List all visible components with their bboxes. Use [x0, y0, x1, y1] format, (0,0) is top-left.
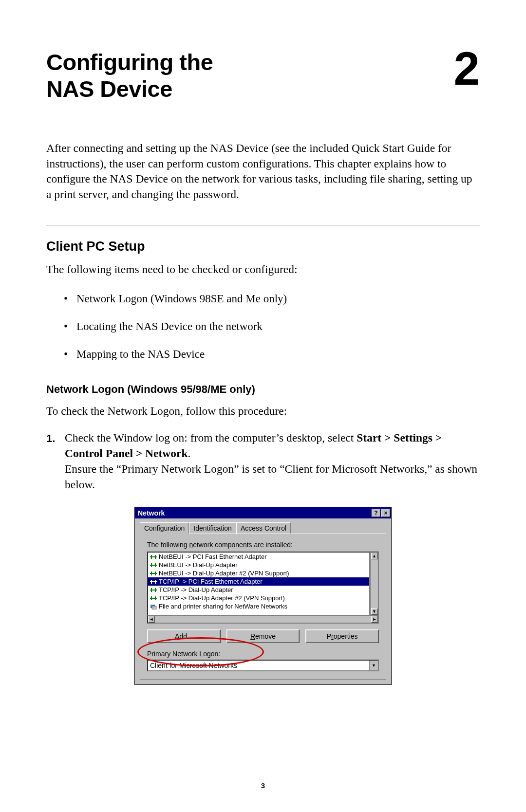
dialog-titlebar: Network ? × — [135, 507, 391, 518]
protocol-icon — [150, 554, 157, 560]
scroll-right-button[interactable]: ► — [371, 616, 378, 623]
svg-rect-7 — [151, 572, 152, 575]
list-item[interactable]: File and printer sharing for NetWare Net… — [148, 602, 369, 610]
step-item: 1. Check the Window log on: from the com… — [65, 430, 480, 492]
section-lead: The following items need to be checked o… — [46, 262, 480, 277]
svg-rect-8 — [155, 572, 156, 575]
protocol-icon — [150, 587, 157, 593]
chevron-down-icon[interactable]: ▼ — [369, 661, 378, 670]
list-item[interactable]: TCP/IP -> Dial-Up Adapter #2 (VPN Suppor… — [148, 594, 369, 602]
svg-rect-19 — [152, 606, 156, 609]
list-item: Network Logon (Windows 98SE and Me only) — [76, 291, 480, 306]
svg-rect-2 — [155, 555, 156, 559]
service-icon — [150, 604, 157, 609]
tab-strip: Configuration Identification Access Cont… — [140, 522, 386, 534]
primary-logon-label: Primary Network Logon: — [147, 650, 379, 658]
add-button[interactable]: Add... — [147, 629, 221, 643]
vertical-scrollbar[interactable]: ▲ ▼ — [370, 552, 379, 616]
svg-rect-13 — [151, 588, 152, 592]
list-item: Mapping to the NAS Device — [76, 347, 480, 362]
step-list: 1. Check the Window log on: from the com… — [65, 430, 480, 492]
dialog-title: Network — [138, 509, 165, 517]
chapter-number: 2 — [454, 49, 480, 89]
tab-access-control[interactable]: Access Control — [236, 522, 291, 534]
section-heading: Client PC Setup — [46, 239, 480, 254]
svg-rect-5 — [155, 563, 156, 567]
bullet-list: Network Logon (Windows 98SE and Me only)… — [76, 291, 480, 362]
step-number: 1. — [46, 431, 55, 446]
svg-rect-14 — [155, 588, 156, 592]
primary-logon-dropdown[interactable]: Client for Microsoft Networks ▼ — [147, 660, 379, 671]
tab-identification[interactable]: Identification — [189, 522, 236, 534]
dialog-screenshot: Network ? × Configuration Identification… — [46, 507, 480, 685]
step-text: Check the Window log on: from the comput… — [65, 431, 357, 444]
dropdown-value: Client for Microsoft Networks — [148, 662, 369, 669]
scroll-left-button[interactable]: ◄ — [148, 616, 155, 623]
components-listbox[interactable]: NetBEUI -> PCI Fast Ethernet Adapter Net… — [147, 552, 370, 616]
page-number: 3 — [0, 781, 526, 790]
properties-button[interactable]: Properties — [305, 629, 379, 643]
subsection-lead: To check the Network Logon, follow this … — [46, 404, 480, 419]
step-note: Ensure the “Primary Network Logon” is se… — [65, 462, 477, 491]
network-dialog: Network ? × Configuration Identification… — [134, 507, 392, 685]
svg-rect-11 — [155, 580, 156, 584]
intro-paragraph: After connecting and setting up the NAS … — [46, 141, 480, 203]
list-item[interactable]: TCP/IP -> Dial-Up Adapter — [148, 586, 369, 594]
svg-rect-10 — [151, 580, 152, 584]
list-item[interactable]: NetBEUI -> Dial-Up Adapter #2 (VPN Suppo… — [148, 569, 369, 577]
scroll-up-button[interactable]: ▲ — [371, 553, 378, 559]
horizontal-scrollbar[interactable]: ◄ ► — [147, 615, 379, 624]
svg-rect-1 — [151, 555, 152, 559]
divider — [46, 225, 480, 225]
protocol-icon — [150, 595, 157, 601]
close-button[interactable]: × — [381, 509, 390, 517]
chapter-header: Configuring theNAS Device 2 — [46, 49, 480, 103]
list-item: Locating the NAS Device on the network — [76, 319, 480, 334]
protocol-icon — [150, 562, 157, 568]
help-button[interactable]: ? — [372, 509, 380, 517]
scroll-down-button[interactable]: ▼ — [371, 608, 378, 615]
remove-button[interactable]: Remove — [226, 629, 300, 643]
protocol-icon — [150, 579, 157, 585]
chapter-title: Configuring theNAS Device — [46, 49, 213, 103]
components-label: The following network components are ins… — [147, 541, 379, 549]
protocol-icon — [150, 571, 157, 576]
list-item-selected[interactable]: TCP/IP -> PCI Fast Ethernet Adapter — [148, 577, 369, 586]
tab-configuration[interactable]: Configuration — [140, 522, 189, 534]
svg-rect-16 — [151, 596, 152, 600]
svg-rect-17 — [155, 596, 156, 600]
list-item[interactable]: NetBEUI -> Dial-Up Adapter — [148, 561, 369, 569]
list-item[interactable]: NetBEUI -> PCI Fast Ethernet Adapter — [148, 553, 369, 561]
tab-pane: The following network components are ins… — [140, 534, 386, 680]
subsection-heading: Network Logon (Windows 95/98/ME only) — [46, 383, 480, 396]
svg-rect-4 — [151, 563, 152, 567]
